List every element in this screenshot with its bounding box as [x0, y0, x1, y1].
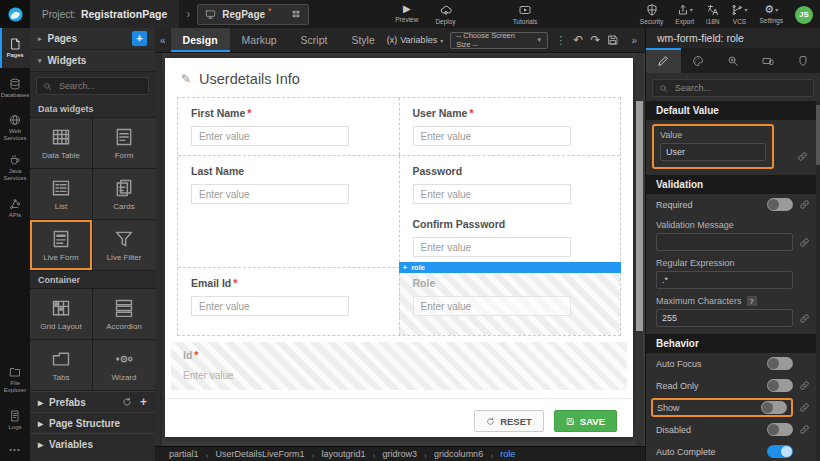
page-tab-regpage[interactable]: RegPage * [197, 4, 309, 25]
widget-tile-grid-layout[interactable]: Grid Layout [30, 289, 92, 339]
tab-styles[interactable] [681, 48, 716, 73]
i18n-button[interactable]: i18N [706, 4, 719, 25]
email-id-input[interactable] [191, 296, 349, 316]
bind-value-button[interactable] [796, 150, 808, 162]
widget-tile-data-table[interactable]: Data Table [30, 118, 92, 168]
canvas-scrollbar-thumb[interactable] [636, 101, 643, 331]
form-field-role[interactable]: + role Role [399, 268, 621, 335]
variables-section-header[interactable]: ▸ Variables [30, 433, 155, 454]
widget-search-input[interactable] [57, 80, 142, 92]
read-only-toggle[interactable] [767, 379, 793, 392]
collapse-right-panel-button[interactable]: » [626, 35, 642, 46]
add-prefab-button[interactable]: + [140, 395, 147, 409]
widgets-section-header[interactable]: ▾ Widgets [30, 50, 155, 72]
tab-markup[interactable]: Markup [230, 28, 289, 52]
rail-item-file-explorer[interactable]: File Explorer [0, 360, 30, 400]
bind-show-button[interactable] [798, 402, 810, 414]
breadcrumb-item[interactable]: gridrow3 [383, 449, 418, 459]
auto-focus-toggle[interactable] [767, 357, 793, 370]
tab-properties[interactable] [646, 48, 681, 73]
first-name-input[interactable] [191, 126, 349, 146]
widget-tile-wizard[interactable]: Wizard [93, 340, 155, 390]
wavemaker-logo[interactable] [0, 0, 30, 28]
selected-widget-bar[interactable]: + role [399, 262, 622, 273]
bind-disabled-button[interactable] [798, 424, 810, 436]
rail-item-logs[interactable]: Logs [0, 400, 30, 440]
rail-more-button[interactable]: ••• [0, 440, 30, 461]
save-icon[interactable] [607, 34, 619, 46]
password-input[interactable] [413, 184, 571, 204]
variables-dropdown[interactable]: (x) Variables ▾ [387, 35, 443, 45]
value-input[interactable] [660, 143, 766, 161]
widget-tile-form[interactable]: Form [93, 118, 155, 168]
rail-item-java-services[interactable]: Java Services [0, 148, 30, 188]
vcs-button[interactable]: ▾ VCS [731, 4, 747, 25]
export-button[interactable]: ▾ Export [675, 4, 694, 25]
rail-item-pages[interactable]: Pages [0, 28, 30, 68]
bind-read-only-button[interactable] [798, 380, 810, 392]
pages-section-header[interactable]: ▸ Pages + [30, 28, 155, 50]
collapse-left-panel-button[interactable]: « [155, 35, 171, 46]
rail-item-apis[interactable]: APIs [0, 188, 30, 228]
form-field-first-name[interactable]: First Name [178, 98, 399, 155]
tab-events[interactable] [716, 48, 751, 73]
security-button[interactable]: Security [640, 4, 663, 25]
role-input[interactable] [413, 296, 571, 316]
add-page-button[interactable]: + [132, 31, 147, 46]
more-options-icon[interactable]: ⋮ [555, 34, 566, 47]
tab-style[interactable]: Style [339, 28, 386, 52]
form-field-id[interactable]: Id Enter value [171, 342, 627, 390]
regular-expression-input[interactable] [656, 271, 793, 289]
tab-security[interactable] [785, 48, 820, 73]
form-field-last-name[interactable]: Last Name [178, 156, 399, 267]
tutorials-button[interactable]: Tutorials [513, 4, 538, 25]
breadcrumb-item[interactable]: UserDetailsLiveForm1 [216, 449, 305, 459]
refresh-icon[interactable] [122, 397, 132, 407]
breadcrumb-item[interactable]: partial1 [169, 449, 199, 459]
inspector-scrollbar-track[interactable] [816, 101, 820, 461]
widget-tile-list[interactable]: List [30, 169, 92, 219]
widget-tile-accordion[interactable]: Accordion [93, 289, 155, 339]
dashboard-grid-icon[interactable] [291, 9, 301, 19]
widget-tile-live-form[interactable]: Live Form [30, 220, 92, 270]
breadcrumb-item[interactable]: gridcolumn6 [434, 449, 483, 459]
form-field-passwords[interactable]: Password Confirm Password [399, 156, 621, 267]
tab-script[interactable]: Script [289, 28, 340, 52]
show-toggle[interactable] [761, 401, 787, 414]
rail-item-databases[interactable]: Databases [0, 68, 30, 108]
disabled-toggle[interactable] [767, 423, 793, 436]
last-name-input[interactable] [191, 184, 349, 204]
redo-button[interactable]: ↷ [590, 34, 600, 46]
user-avatar[interactable]: JS [795, 6, 813, 24]
widget-tile-live-filter[interactable]: Live Filter [93, 220, 155, 270]
deploy-button[interactable]: Deploy [435, 4, 455, 25]
save-form-button[interactable]: SAVE [554, 410, 617, 432]
tab-devices[interactable] [750, 48, 785, 73]
settings-button[interactable]: ⚙▾ Settings [760, 4, 784, 24]
form-field-email-id[interactable]: Email Id [178, 268, 399, 335]
inspector-scrollbar-thumb[interactable] [816, 105, 820, 165]
widget-tile-tabs[interactable]: Tabs [30, 340, 92, 390]
property-search-input[interactable] [673, 82, 807, 94]
widget-search[interactable] [36, 77, 149, 95]
preview-button[interactable]: ▶ Preview [395, 4, 418, 23]
reset-button[interactable]: RESET [474, 410, 544, 432]
user-name-input[interactable] [413, 126, 571, 146]
prefabs-section-header[interactable]: ▸ Prefabs + [30, 391, 155, 412]
auto-complete-toggle[interactable] [767, 445, 793, 458]
screen-size-select[interactable]: -- Choose Screen Size -- ▼ [450, 32, 548, 49]
bind-required-button[interactable] [798, 199, 810, 211]
required-toggle[interactable] [767, 198, 793, 211]
property-search[interactable] [652, 79, 814, 97]
bind-validation-message-button[interactable] [798, 236, 810, 248]
page-structure-section-header[interactable]: ▸ Page Structure [30, 412, 155, 433]
validation-message-input[interactable] [656, 233, 793, 251]
widget-tile-cards[interactable]: Cards [93, 169, 155, 219]
rail-item-web-services[interactable]: Web Services [0, 108, 30, 148]
tab-design[interactable]: Design [171, 28, 230, 52]
breadcrumb-item-current[interactable]: role [500, 449, 515, 459]
undo-button[interactable]: ↶ [573, 34, 583, 46]
breadcrumb-item[interactable]: layoutgrid1 [322, 449, 366, 459]
bind-maximum-characters-button[interactable] [798, 312, 810, 324]
confirm-password-input[interactable] [413, 237, 571, 257]
